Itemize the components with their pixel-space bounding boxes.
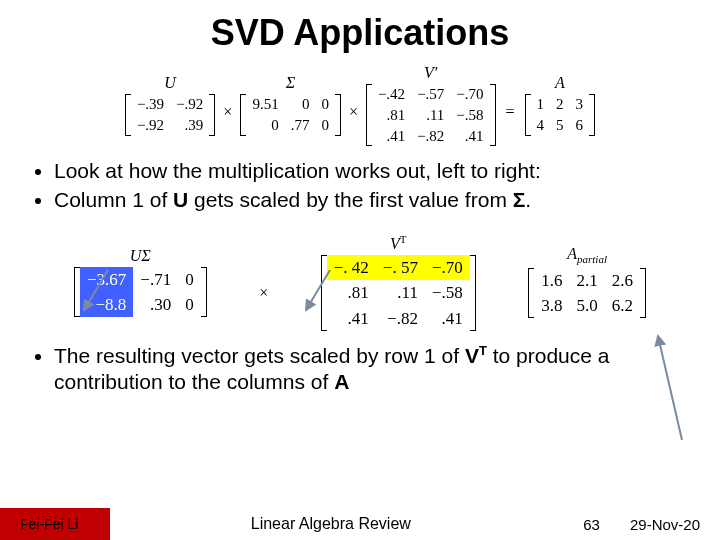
bullets-bottom: The resulting vector gets scaled by row … (0, 341, 720, 402)
footer-course: Linear Algebra Review (78, 515, 583, 533)
bullet-2: Column 1 of U gets scaled by the first v… (54, 187, 690, 213)
label-Apartial: Apartial (567, 245, 607, 265)
label-Sigma: Σ (286, 74, 296, 92)
slide-title: SVD Applications (0, 0, 720, 54)
label-Vt: V′ (424, 64, 437, 82)
label-VT: VT (390, 233, 407, 253)
bullet-3: The resulting vector gets scaled by row … (54, 343, 690, 396)
label-U: U (164, 74, 176, 92)
label-USigma: UΣ (130, 247, 151, 265)
times-1: × (223, 103, 232, 121)
footer-author: Fei-Fei Li (20, 516, 78, 532)
footer: Fei-Fei Li Linear Algebra Review 63 29-N… (0, 508, 720, 540)
bullets-top: Look at how the multiplication works out… (0, 150, 720, 219)
times-3: × (259, 284, 268, 302)
footer-date: 29-Nov-20 (630, 516, 700, 533)
footer-pageno: 63 (583, 516, 600, 533)
top-equation: U −.39−.92 −.92.39 × Σ 9.5100 0.770 × V′… (0, 54, 720, 150)
bullet-1: Look at how the multiplication works out… (54, 158, 690, 184)
label-A: A (555, 74, 565, 92)
times-2: × (349, 103, 358, 121)
mid-equation: UΣ −3.67−.710 −8.8.300 × VT −. 42−. 57−.… (0, 219, 720, 341)
equals: = (506, 103, 515, 121)
